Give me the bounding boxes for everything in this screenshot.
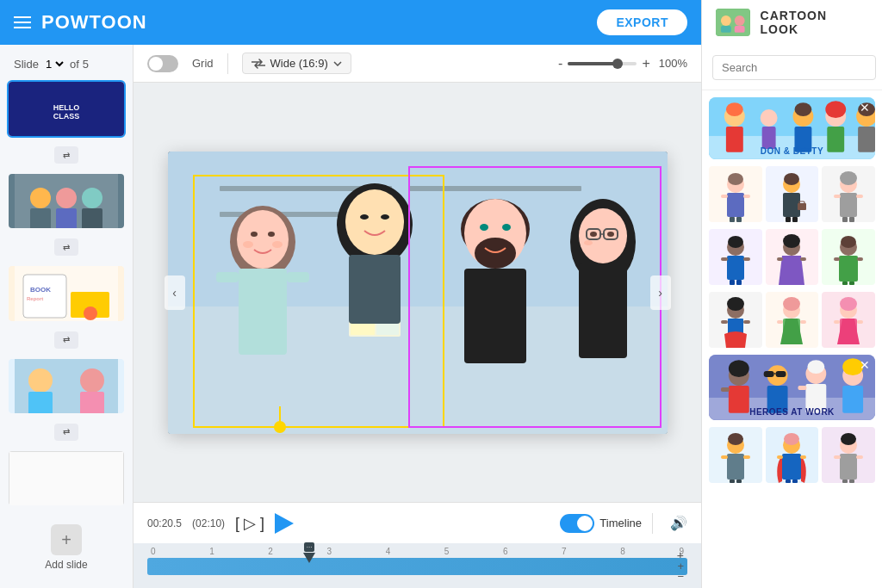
svg-point-1: [721, 15, 731, 26]
slide-item[interactable]: [7, 449, 126, 507]
character-cell[interactable]: [822, 292, 875, 348]
search-bar: [702, 45, 882, 90]
slide-thumb-5: [9, 451, 124, 507]
slide-4-move-btn[interactable]: ⇄: [54, 424, 78, 441]
svg-rect-86: [743, 195, 750, 198]
svg-rect-114: [800, 257, 806, 261]
timeline-switch[interactable]: [560, 514, 594, 533]
svg-point-32: [243, 241, 253, 248]
volume-button[interactable]: 🔊: [670, 515, 687, 531]
svg-rect-69: [726, 127, 743, 152]
slide-thumb-2: [9, 174, 124, 230]
svg-point-123: [727, 297, 744, 311]
svg-rect-117: [839, 256, 858, 282]
svg-point-116: [841, 236, 856, 248]
canvas-container: ‹ ›: [168, 152, 668, 434]
svg-point-156: [728, 433, 743, 445]
slide-item[interactable]: BOOK Report: [7, 264, 126, 322]
svg-point-39: [360, 214, 369, 220]
svg-rect-87: [730, 217, 735, 222]
svg-rect-173: [856, 455, 863, 459]
heroes-at-work-pack[interactable]: ✕ HEROES AT WORK: [709, 355, 875, 420]
bracket-button[interactable]: [ ▷ ]: [235, 514, 264, 533]
svg-rect-59: [579, 263, 627, 358]
don-betty-close[interactable]: ✕: [860, 101, 870, 115]
character-cell[interactable]: [822, 427, 875, 483]
don-betty-pack[interactable]: ✕ DON & BETTY: [709, 97, 875, 159]
slide-number-select[interactable]: 12345: [42, 57, 66, 71]
play-button[interactable]: [275, 513, 294, 534]
panel-thumb: [716, 9, 750, 36]
svg-rect-118: [834, 257, 840, 261]
slide-item[interactable]: [7, 172, 126, 230]
svg-point-170: [841, 433, 856, 445]
character-cell[interactable]: [709, 166, 762, 222]
svg-point-56: [590, 232, 597, 237]
svg-point-30: [251, 232, 258, 237]
svg-point-6: [30, 188, 51, 208]
export-button[interactable]: EXPORT: [597, 9, 687, 35]
slide-3-move-btn[interactable]: ⇄: [54, 331, 78, 349]
svg-point-21: [80, 368, 104, 393]
slide-item[interactable]: [7, 357, 126, 415]
svg-rect-7: [30, 208, 51, 230]
svg-point-128: [783, 297, 800, 311]
character-cell[interactable]: [822, 166, 875, 222]
character-cell[interactable]: [766, 166, 819, 222]
character-cell[interactable]: [822, 229, 875, 285]
slides-sidebar: Slide 12345 of 5 HELLOCLASS ⇄: [0, 45, 134, 588]
canvas-next-button[interactable]: ›: [650, 275, 671, 310]
svg-point-10: [82, 188, 102, 208]
add-slide-button[interactable]: + Add slide: [7, 516, 126, 579]
svg-rect-126: [743, 320, 750, 324]
right-panel: ✕ DON & BETTY: [701, 45, 882, 588]
svg-rect-175: [849, 480, 854, 483]
svg-point-31: [268, 232, 275, 237]
canvas-toolbar: Grid Wide (16:9) - +: [134, 45, 701, 83]
canvas-prev-button[interactable]: ‹: [165, 275, 185, 310]
heroes-close[interactable]: ✕: [860, 358, 870, 372]
svg-point-57: [607, 232, 614, 237]
svg-rect-77: [827, 127, 844, 152]
character-cell[interactable]: [709, 292, 762, 348]
character-cell[interactable]: [709, 427, 762, 483]
aspect-ratio-button[interactable]: Wide (16:9): [242, 53, 351, 74]
character-cell[interactable]: [709, 229, 762, 285]
slide-item[interactable]: HELLOCLASS: [7, 80, 126, 138]
main-canvas[interactable]: [168, 152, 668, 434]
time-total: (02:10): [192, 517, 225, 529]
slide-2-move-btn[interactable]: ⇄: [54, 238, 78, 256]
svg-rect-108: [730, 280, 735, 285]
zoom-plus-label[interactable]: +: [642, 56, 649, 71]
svg-rect-94: [786, 217, 791, 222]
canvas-wrapper: ‹ ›: [134, 83, 701, 502]
panel-content: ✕ DON & BETTY: [702, 90, 882, 588]
svg-rect-142: [721, 387, 730, 392]
svg-point-163: [784, 433, 799, 445]
svg-rect-100: [856, 195, 863, 198]
zoom-slider[interactable]: [568, 62, 637, 65]
grid-toggle[interactable]: [147, 55, 178, 72]
svg-point-111: [783, 234, 800, 248]
menu-button[interactable]: [14, 16, 31, 28]
zoom-controls: - + 100%: [558, 56, 687, 71]
character-cell[interactable]: [766, 427, 819, 483]
svg-point-75: [794, 102, 811, 116]
svg-rect-99: [834, 195, 841, 198]
timeline-shrink[interactable]: −: [677, 570, 684, 583]
svg-point-71: [761, 109, 778, 127]
search-input[interactable]: [712, 55, 876, 80]
timeline: 0 1 2 3 4 5 6 7 8 9 + ···: [134, 543, 701, 588]
svg-rect-166: [800, 455, 806, 459]
svg-point-29: [237, 210, 289, 269]
of-label: of: [70, 58, 79, 71]
slide-1-move-btn[interactable]: ⇄: [54, 146, 78, 164]
zoom-minus-label[interactable]: -: [558, 56, 562, 71]
timeline-track[interactable]: ··· + −: [147, 558, 687, 575]
svg-rect-44: [349, 255, 401, 324]
character-cell[interactable]: [766, 292, 819, 348]
svg-rect-0: [716, 9, 750, 36]
svg-rect-101: [842, 217, 848, 222]
svg-rect-157: [727, 454, 744, 480]
character-cell[interactable]: [766, 229, 819, 285]
